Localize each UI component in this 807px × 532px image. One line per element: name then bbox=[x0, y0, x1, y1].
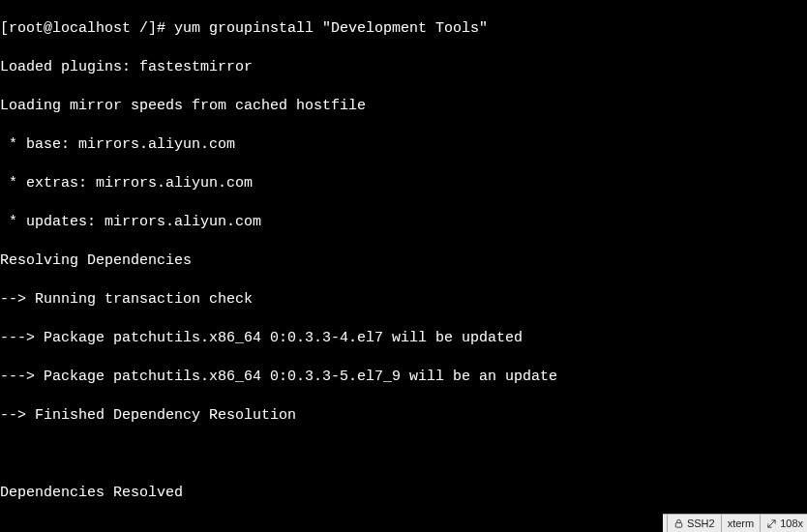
status-bar: SSH2 xterm 108x bbox=[663, 514, 807, 532]
status-ssh: SSH2 bbox=[667, 514, 715, 532]
status-size-label: 108x bbox=[780, 514, 803, 532]
output-line: Loaded plugins: fastestmirror bbox=[0, 58, 807, 77]
output-line: * updates: mirrors.aliyun.com bbox=[0, 213, 807, 232]
output-line: * base: mirrors.aliyun.com bbox=[0, 135, 807, 155]
status-ssh-label: SSH2 bbox=[687, 514, 715, 532]
status-size: 108x bbox=[760, 514, 803, 532]
prompt-line: [root@localhost /]# yum groupinstall "De… bbox=[0, 19, 807, 39]
output-line: Dependencies Resolved bbox=[0, 484, 807, 503]
command-text: yum groupinstall "Development Tools" bbox=[174, 20, 488, 37]
lock-icon bbox=[673, 518, 684, 529]
output-line: * extras: mirrors.aliyun.com bbox=[0, 174, 807, 193]
svg-rect-0 bbox=[675, 522, 681, 527]
output-line: ---> Package patchutils.x86_64 0:0.3.3-5… bbox=[0, 368, 807, 387]
shell-prompt: [root@localhost /]# bbox=[0, 20, 174, 37]
output-line: Loading mirror speeds from cached hostfi… bbox=[0, 97, 807, 116]
output-line: ---> Package patchutils.x86_64 0:0.3.3-4… bbox=[0, 329, 807, 348]
blank-line bbox=[0, 445, 807, 464]
output-line: Resolving Dependencies bbox=[0, 251, 807, 271]
terminal-output[interactable]: [root@localhost /]# yum groupinstall "De… bbox=[0, 0, 807, 514]
resize-icon bbox=[766, 518, 777, 529]
output-line: --> Running transaction check bbox=[0, 290, 807, 310]
status-term: xterm bbox=[721, 514, 755, 532]
output-line: --> Finished Dependency Resolution bbox=[0, 406, 807, 426]
